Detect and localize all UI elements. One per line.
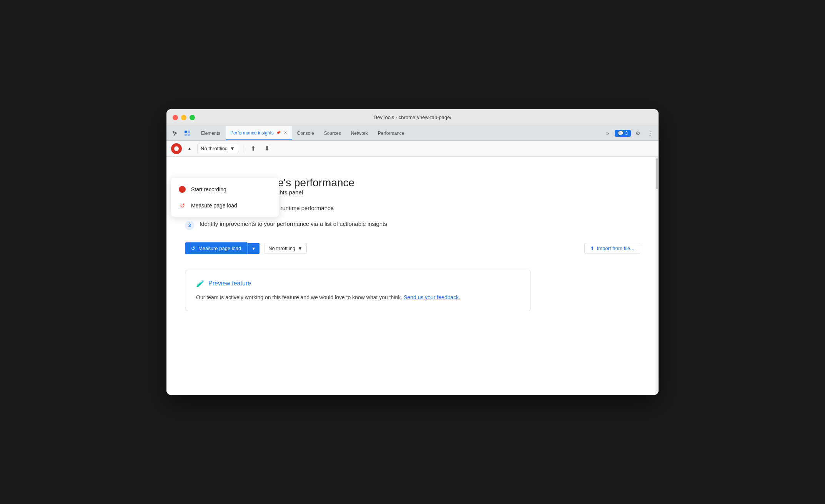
tab-console[interactable]: Console bbox=[293, 126, 319, 140]
reload-btn-icon: ↺ bbox=[191, 245, 195, 251]
devtools-window: DevTools - chrome://new-tab-page/ Elemen… bbox=[166, 109, 659, 395]
svg-rect-2 bbox=[185, 134, 187, 136]
tab-performance[interactable]: Performance bbox=[373, 126, 409, 140]
preview-feature-box: 🧪 Preview feature Our team is actively w… bbox=[185, 270, 531, 311]
tab-network[interactable]: Network bbox=[346, 126, 373, 140]
feedback-link[interactable]: Send us your feedback. bbox=[404, 294, 460, 300]
titlebar: DevTools - chrome://new-tab-page/ bbox=[166, 109, 659, 126]
tab-divider bbox=[410, 126, 601, 140]
throttle-dropdown-main[interactable]: No throttling ▼ bbox=[264, 243, 307, 254]
chat-button[interactable]: 💬 3 bbox=[615, 130, 631, 137]
cursor-icon[interactable] bbox=[170, 128, 180, 139]
traffic-lights bbox=[173, 115, 195, 120]
measure-dropdown-arrow[interactable]: ▼ bbox=[247, 243, 259, 254]
recording-dropdown: Start recording ↺ Measure page load bbox=[171, 178, 279, 217]
close-button[interactable] bbox=[173, 115, 178, 120]
tab-sources[interactable]: Sources bbox=[319, 126, 346, 140]
measure-page-load-button-group: ↺ Measure page load ▼ bbox=[185, 242, 259, 254]
upload-icon[interactable]: ⬆ bbox=[248, 143, 259, 154]
preview-title: 🧪 Preview feature bbox=[196, 279, 520, 288]
flask-icon: 🧪 bbox=[196, 279, 205, 288]
scrollbar[interactable] bbox=[655, 157, 659, 395]
throttle-select-toolbar[interactable]: No throttling ▼ bbox=[197, 144, 238, 153]
tab-performance-insights[interactable]: Performance insights 📌 ✕ bbox=[226, 126, 292, 140]
tab-bar: Elements Performance insights 📌 ✕ Consol… bbox=[166, 126, 659, 141]
more-options-icon[interactable]: ⋮ bbox=[645, 128, 655, 139]
maximize-button[interactable] bbox=[190, 115, 195, 120]
download-icon[interactable]: ⬇ bbox=[262, 143, 273, 154]
main-content: Start recording ↺ Measure page load ghts… bbox=[166, 157, 659, 395]
preview-body-text: Our team is actively working on this fea… bbox=[196, 293, 520, 302]
svg-rect-0 bbox=[185, 131, 187, 133]
record-dot bbox=[174, 146, 179, 151]
toolbar-separator bbox=[243, 145, 243, 153]
svg-rect-1 bbox=[188, 131, 190, 133]
pin-icon: 📌 bbox=[276, 131, 281, 135]
step-num-3: 3 bbox=[185, 221, 194, 230]
svg-rect-3 bbox=[188, 134, 190, 136]
window-title: DevTools - chrome://new-tab-page/ bbox=[374, 114, 451, 120]
action-bar: ↺ Measure page load ▼ No throttling ▼ ⬆ … bbox=[185, 242, 640, 254]
import-from-file-button[interactable]: ⬆ Import from file... bbox=[584, 243, 640, 254]
upload-icon-import: ⬆ bbox=[590, 245, 594, 251]
throttle-chevron-icon: ▼ bbox=[298, 245, 303, 251]
step-3: 3 Identify improvements to your performa… bbox=[185, 220, 640, 230]
record-button[interactable] bbox=[171, 143, 182, 154]
record-icon bbox=[179, 186, 186, 193]
chat-icon: 💬 bbox=[618, 131, 624, 136]
chevron-down-icon: ▼ bbox=[230, 146, 235, 151]
scrollbar-thumb[interactable] bbox=[656, 158, 658, 189]
settings-icon[interactable]: ⚙ bbox=[632, 128, 643, 139]
reload-icon: ↺ bbox=[179, 202, 186, 209]
tabbar-actions: » 💬 3 ⚙ ⋮ bbox=[602, 126, 655, 140]
dropdown-toggle-button[interactable]: ▲ bbox=[185, 143, 194, 154]
minimize-button[interactable] bbox=[181, 115, 186, 120]
toolbar: ▲ No throttling ▼ ⬆ ⬇ bbox=[166, 141, 659, 157]
tab-more[interactable]: » bbox=[602, 131, 614, 136]
start-recording-item[interactable]: Start recording bbox=[171, 181, 279, 197]
measure-page-load-button[interactable]: ↺ Measure page load bbox=[185, 242, 247, 254]
tab-elements[interactable]: Elements bbox=[196, 126, 225, 140]
close-tab-icon[interactable]: ✕ bbox=[284, 130, 287, 135]
measure-page-load-item[interactable]: ↺ Measure page load bbox=[171, 197, 279, 214]
inspect-icon[interactable] bbox=[182, 128, 193, 139]
tab-icon-area bbox=[170, 126, 193, 140]
